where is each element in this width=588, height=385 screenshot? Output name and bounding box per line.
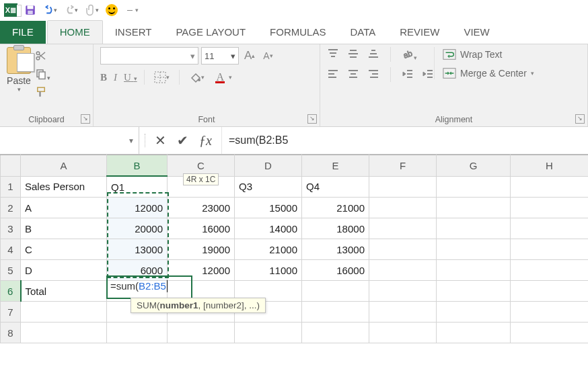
- cell-G4[interactable]: [437, 239, 511, 260]
- cell-C6[interactable]: [168, 281, 235, 302]
- cancel-formula-button[interactable]: ✕: [151, 132, 170, 148]
- cell-D5[interactable]: 11000: [235, 260, 302, 281]
- cell-C5[interactable]: 12000: [168, 260, 235, 281]
- font-family-dropdown[interactable]: ▾: [100, 47, 198, 65]
- tab-page-layout[interactable]: PAGE LAYOUT: [163, 21, 258, 44]
- col-header-A[interactable]: A: [21, 155, 107, 177]
- tab-formulas[interactable]: FORMULAS: [258, 21, 338, 44]
- col-header-G[interactable]: G: [437, 155, 511, 177]
- enter-formula-button[interactable]: ✔: [173, 132, 192, 148]
- wrap-text-button[interactable]: Wrap Text: [443, 48, 534, 60]
- underline-button[interactable]: U ▾: [124, 72, 137, 83]
- cell-A8[interactable]: [21, 323, 107, 343]
- align-left-button[interactable]: [327, 68, 339, 82]
- redo-button[interactable]: ▾: [64, 4, 78, 16]
- shrink-font-button[interactable]: A▾: [260, 49, 275, 62]
- cell-H5[interactable]: [511, 260, 589, 281]
- tab-data[interactable]: DATA: [338, 21, 388, 44]
- cell-B1[interactable]: Q1: [107, 176, 168, 198]
- clipboard-icon[interactable]: [7, 47, 31, 74]
- font-size-dropdown[interactable]: 11 ▾: [201, 47, 239, 65]
- undo-button[interactable]: ▾: [43, 4, 57, 16]
- row-header-7[interactable]: 7: [1, 302, 21, 323]
- cell-H2[interactable]: [511, 198, 589, 218]
- cell-H7[interactable]: [511, 302, 589, 323]
- fill-color-button[interactable]: ▾: [186, 70, 207, 85]
- cell-A4[interactable]: C: [21, 239, 107, 260]
- row-header-6[interactable]: 6: [1, 281, 21, 302]
- col-header-B[interactable]: B: [107, 155, 168, 177]
- spreadsheet-grid[interactable]: A B C D E F G H 1 Sales Person Q1 Q3 Q4 …: [0, 155, 588, 343]
- cell-H4[interactable]: [511, 239, 589, 260]
- cell-E5[interactable]: 16000: [302, 260, 369, 281]
- tab-insert[interactable]: INSERT: [103, 21, 164, 44]
- cell-H1[interactable]: [511, 176, 589, 198]
- chevron-down-icon[interactable]: ▾: [54, 7, 57, 13]
- cell-C8[interactable]: [168, 323, 235, 343]
- col-header-H[interactable]: H: [511, 155, 589, 177]
- cell-D2[interactable]: 15000: [235, 198, 302, 218]
- cell-D6[interactable]: [235, 281, 302, 302]
- increase-indent-button[interactable]: [422, 68, 434, 82]
- align-top-button[interactable]: [327, 48, 339, 62]
- cell-B8[interactable]: [107, 323, 168, 343]
- dialog-launcher-icon[interactable]: ↘: [575, 114, 585, 124]
- chevron-down-icon[interactable]: ▼: [128, 137, 135, 144]
- cell-E6[interactable]: [302, 281, 369, 302]
- cell-F8[interactable]: [369, 323, 437, 343]
- cell-F6[interactable]: [369, 281, 437, 302]
- tab-home[interactable]: HOME: [47, 20, 103, 44]
- decrease-indent-button[interactable]: [402, 68, 414, 82]
- cell-H8[interactable]: [511, 323, 589, 343]
- cell-C7[interactable]: [168, 302, 235, 323]
- cell-B7[interactable]: [107, 302, 168, 323]
- col-header-C[interactable]: C: [168, 155, 235, 177]
- italic-button[interactable]: I: [114, 72, 117, 83]
- cell-F5[interactable]: [369, 260, 437, 281]
- cell-F3[interactable]: [369, 218, 437, 239]
- cell-E2[interactable]: 21000: [302, 198, 369, 218]
- cell-A7[interactable]: [21, 302, 107, 323]
- copy-button[interactable]: ▾: [35, 68, 50, 82]
- tab-view[interactable]: VIEW: [451, 21, 501, 44]
- grow-font-button[interactable]: A▴: [242, 48, 258, 64]
- align-center-button[interactable]: [347, 68, 359, 82]
- cut-button[interactable]: [35, 50, 50, 64]
- cell-A5[interactable]: D: [21, 260, 107, 281]
- cell-H3[interactable]: [511, 218, 589, 239]
- cell-B4[interactable]: 13000: [107, 239, 168, 260]
- cell-C3[interactable]: 16000: [168, 218, 235, 239]
- cell-G6[interactable]: [437, 281, 511, 302]
- cell-C4[interactable]: 19000: [168, 239, 235, 260]
- orientation-button[interactable]: ab▾: [402, 48, 417, 62]
- cell-F7[interactable]: [369, 302, 437, 323]
- qat-customize[interactable]: [127, 5, 133, 15]
- align-right-button[interactable]: [367, 68, 379, 82]
- cell-E8[interactable]: [302, 323, 369, 343]
- cell-E1[interactable]: Q4: [302, 176, 369, 198]
- cell-G1[interactable]: [437, 176, 511, 198]
- paste-button[interactable]: Paste ▾: [7, 75, 31, 93]
- cell-D7[interactable]: [235, 302, 302, 323]
- col-header-F[interactable]: F: [369, 155, 437, 177]
- cell-E3[interactable]: 18000: [302, 218, 369, 239]
- merge-center-button[interactable]: Merge & Center ▾: [443, 67, 534, 79]
- cell-A6[interactable]: Total: [21, 281, 107, 302]
- cell-E4[interactable]: 13000: [302, 239, 369, 260]
- font-color-button[interactable]: A▾: [214, 70, 235, 85]
- cell-D3[interactable]: 14000: [235, 218, 302, 239]
- tab-file[interactable]: FILE: [0, 21, 46, 44]
- cell-A2[interactable]: A: [21, 198, 107, 218]
- insert-function-button[interactable]: ƒx: [195, 133, 216, 148]
- cell-B3[interactable]: 20000: [107, 218, 168, 239]
- format-painter-button[interactable]: [35, 86, 50, 100]
- formula-input[interactable]: =sum(B2:B5: [222, 127, 588, 154]
- feedback-button[interactable]: [106, 4, 118, 16]
- save-button[interactable]: [24, 4, 36, 16]
- row-header-4[interactable]: 4: [1, 239, 21, 260]
- row-header-8[interactable]: 8: [1, 323, 21, 343]
- cell-D1[interactable]: Q3: [235, 176, 302, 198]
- tab-review[interactable]: REVIEW: [388, 21, 451, 44]
- dialog-launcher-icon[interactable]: ↘: [307, 114, 317, 124]
- cell-E7[interactable]: [302, 302, 369, 323]
